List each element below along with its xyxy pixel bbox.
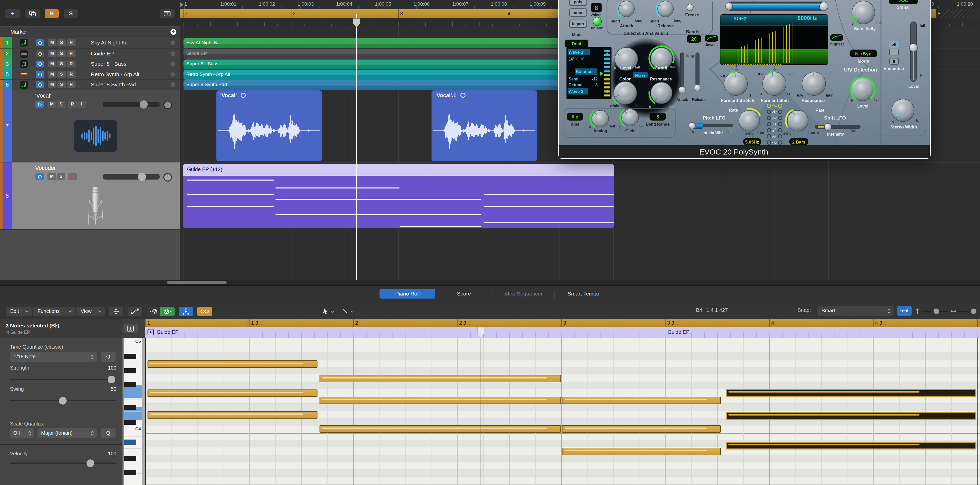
svg-text:short: short [650,19,659,23]
svg-text:legato: legato [572,22,584,26]
svg-text:Rate: Rate [816,108,824,112]
svg-text:lowest: lowest [706,42,718,47]
svg-text:Color: Color [619,77,631,81]
svg-text:Release: Release [657,24,674,28]
svg-text:20: 20 [691,36,697,41]
svg-text:Semi: Semi [569,77,578,81]
svg-text:full: full [877,21,882,25]
svg-text:mono: mono [573,11,584,15]
svg-text:0: 0 [773,64,775,68]
svg-text:long: long [686,54,694,58]
svg-text:5: 5 [656,115,659,120]
svg-text:16': 16' [569,57,574,61]
svg-text:Bands: Bands [686,29,699,34]
svg-text:white: white [610,104,619,107]
svg-text:poly: poly [574,0,582,4]
svg-text:Detune: Detune [569,83,582,87]
svg-text:full: full [669,105,674,108]
svg-text:0: 0 [852,22,853,26]
svg-text:long: long [635,18,642,22]
svg-text:Intensity: Intensity [827,132,844,136]
svg-text:+0.5: +0.5 [787,72,794,76]
svg-text:Level: Level [908,84,919,89]
svg-text:0: 0 [851,99,853,102]
svg-text:short: short [611,19,620,23]
svg-text:Voices: Voices [590,13,602,17]
svg-text:full: full [670,65,675,69]
svg-text:Shift LFO: Shift LFO [824,115,846,121]
svg-text:0: 0 [589,125,590,129]
svg-text:N +Syn: N +Syn [855,51,872,56]
svg-text:+1: +1 [787,92,791,96]
svg-text:U/V Detection: U/V Detection [844,67,877,73]
svg-text:full: full [638,124,644,128]
svg-text:0: 0 [817,131,819,135]
svg-text:0: 0 [920,73,921,77]
svg-text:EVOC 20 PolySynth: EVOC 20 PolySynth [699,148,768,156]
svg-text:Ensemble: Ensemble [883,66,904,71]
svg-text:80Hz: 80Hz [733,15,746,22]
svg-text:Level: Level [620,65,631,70]
svg-text:Rate: Rate [729,108,738,112]
svg-text:Balance: Balance [576,69,592,74]
svg-text:Bend Range: Bend Range [646,122,670,126]
svg-text:0: 0 [614,66,616,70]
svg-text:-0.5: -0.5 [757,72,762,76]
svg-text:VOC: VOC [898,0,908,3]
svg-text:free: free [808,131,815,135]
svg-text:1: 1 [735,64,737,68]
svg-text:Analog: Analog [593,129,607,133]
svg-text:Mode: Mode [858,59,869,64]
svg-text:low: low [797,93,803,97]
svg-text:Mode: Mode [572,32,583,37]
svg-text:Tune: Tune [570,122,579,126]
svg-text:0: 0 [619,125,620,129]
svg-text:8' 4': 8' 4' [576,57,584,61]
svg-text:full: full [635,65,640,69]
svg-text:8000Hz: 8000Hz [797,15,817,21]
svg-text:blue: blue [635,104,643,107]
svg-text:0: 0 [692,130,694,134]
svg-text:8: 8 [595,4,598,11]
svg-text:Formant Stretch: Formant Stretch [721,98,754,103]
svg-text:full: full [874,97,880,101]
svg-text:sync: sync [783,131,791,136]
svg-text:full: full [920,24,925,27]
svg-text:Wave 1: Wave 1 [569,50,584,55]
svg-text:full: full [851,129,856,132]
svg-text:Freeze: Freeze [685,13,699,18]
svg-text:0.5: 0.5 [721,74,725,78]
svg-text:full: full [726,130,732,134]
svg-text:0: 0 [649,105,651,108]
svg-text:Stereo Width: Stereo Width [891,124,917,129]
svg-text:free: free [757,131,764,135]
svg-text:Wave 2: Wave 2 [569,89,584,94]
svg-text:Int via Whl: Int via Whl [702,131,723,135]
svg-text:II: II [893,59,895,64]
svg-text:full: full [610,124,615,128]
svg-text:Noise: Noise [635,73,646,77]
svg-text:5.05Hz: 5.05Hz [745,140,759,145]
svg-text:-1: -1 [759,92,762,96]
svg-text:2 Bars: 2 Bars [792,140,805,145]
svg-text:Cutoff: Cutoff [655,65,667,70]
svg-text:0: 0 [649,66,650,70]
svg-text:Sidechain Analysis in: Sidechain Analysis in [624,31,668,36]
svg-text:I: I [894,50,894,54]
svg-text:Dual: Dual [572,41,581,46]
svg-text:Formant Shift: Formant Shift [761,98,789,103]
svg-text:Resonance: Resonance [802,98,825,103]
svg-text:high: high [826,93,834,97]
svg-text:2: 2 [749,94,751,97]
svg-text:Signal: Signal [897,5,910,10]
svg-text:sync: sync [745,131,753,136]
svg-text:full: full [916,118,921,123]
svg-text:0: 0 [892,120,894,124]
svg-text:Glide: Glide [625,129,635,133]
svg-text:Release: Release [692,97,707,102]
svg-text:-12: -12 [592,77,598,81]
svg-text:Attack: Attack [676,97,688,102]
svg-text:8: 8 [595,83,598,87]
svg-text:Resonance: Resonance [650,77,672,81]
svg-text:Sensitivity: Sensitivity [854,26,876,31]
